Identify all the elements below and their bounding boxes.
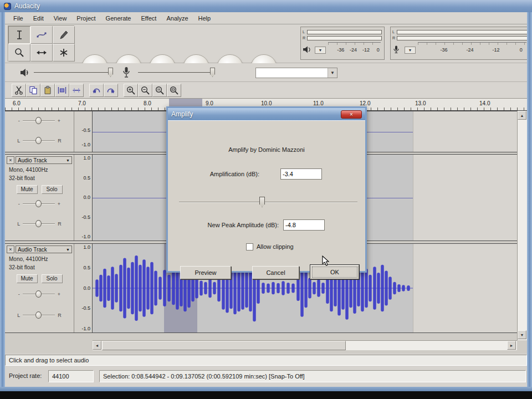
scroll-left-icon[interactable]: ◄ [93,341,101,350]
effect-credit: Amplify by Dominic Mazzoni [168,146,365,153]
chevron-down-icon[interactable]: ▼ [315,47,326,54]
meter-scale-label: -12 [493,47,500,53]
chevron-down-icon[interactable]: ▼ [328,68,337,78]
gain-slider[interactable]: - + [5,289,74,299]
zoom-tool-button[interactable] [8,44,30,62]
chevron-down-icon[interactable]: ▼ [405,47,416,54]
amplitude-ruler[interactable]: -0.5-1.0 [74,111,93,152]
scroll-down-icon[interactable]: ▼ [518,330,526,339]
cut-button[interactable] [12,84,26,97]
selection-tool-button[interactable] [8,26,30,44]
pan-knob[interactable] [35,311,42,319]
silence-button[interactable] [69,84,84,97]
pan-knob[interactable] [35,220,42,227]
close-icon[interactable]: × [341,110,362,119]
amplitude-label: -0.5 [81,215,90,220]
input-volume-slider[interactable] [138,72,214,74]
zoom-out-icon [140,85,150,95]
zoom-in-button[interactable] [124,84,138,97]
vertical-scrollbar[interactable]: ▲ ▼ [517,111,527,340]
redo-button[interactable] [104,84,118,97]
gain-slider[interactable]: - + [5,199,74,209]
menu-item-edit[interactable]: Edit [28,13,49,23]
gain-slider[interactable]: - + [5,116,74,126]
output-meter[interactable]: LR▼-36-24-120 [300,27,385,60]
meter-scale-label: 0 [520,47,523,53]
scroll-up-icon[interactable]: ▲ [518,111,526,120]
solo-button[interactable]: Solo [42,185,63,194]
new-peak-input[interactable] [283,219,325,231]
timeline-label: 6.0 [13,100,21,106]
track-title-menu[interactable]: Audio Track ▼ [16,245,72,253]
paste-button[interactable] [40,84,55,97]
menu-item-generate[interactable]: Generate [101,13,136,23]
zoom-tool-icon [14,47,25,58]
mute-button[interactable]: Mute [17,185,38,194]
pan-knob[interactable] [35,137,42,144]
ok-button[interactable]: OK [310,265,359,279]
dialog-title-bar[interactable]: Amplify × [168,108,365,120]
input-source-select[interactable]: ▼ [255,68,337,78]
screen: Audacity FileEditViewProjectGenerateEffe… [0,0,532,399]
amplitude-ruler[interactable]: 1.00.50.0-0.5-1.0 [74,244,93,332]
paste-icon [43,85,53,95]
meter-channel-label: R [392,36,396,40]
pan-slider[interactable]: L R [5,219,74,229]
undo-icon [91,85,101,95]
undo-button[interactable] [89,84,104,97]
allow-clipping-checkbox[interactable] [246,243,253,250]
copy-button[interactable] [26,84,40,97]
track-title: Audio Track [18,247,64,253]
time-shift-tool-button[interactable] [30,44,53,62]
fit-selection-button[interactable] [152,84,167,97]
menu-item-file[interactable]: File [8,13,28,23]
menu-item-view[interactable]: View [49,13,72,23]
amplification-slider-thumb[interactable] [259,197,265,207]
meter-scale-label: -36 [337,47,344,53]
input-volume-thumb[interactable] [210,68,215,77]
amplification-input[interactable] [280,168,322,180]
mute-button[interactable]: Mute [17,274,38,283]
pan-slider[interactable]: L R [5,136,74,146]
multi-tool-icon [58,47,69,58]
solo-button[interactable]: Solo [42,274,63,283]
horizontal-scrollbar[interactable]: ◄ ► [93,340,517,350]
timeline-label: 14.0 [479,100,490,106]
dialog-title: Amplify [171,110,193,118]
dialog-body: Amplify by Dominic Mazzoni Amplification… [168,120,365,271]
project-rate-value[interactable]: 44100 [48,370,94,382]
track-close-button[interactable]: × [7,245,14,253]
trim-button[interactable] [55,84,69,97]
horizontal-scroll-thumb[interactable] [102,341,346,350]
title-bar[interactable]: Audacity [0,0,532,12]
fit-project-button[interactable] [167,84,181,97]
zoom-out-button[interactable] [138,84,152,97]
menu-item-analyze[interactable]: Analyze [161,13,193,23]
pan-right-label: R [58,221,62,227]
input-meter[interactable]: LR▼-36-24-120 [390,27,530,60]
cancel-button[interactable]: Cancel [252,266,299,279]
fit-selection-icon [155,85,165,95]
track-close-button[interactable]: × [7,156,14,164]
amplitude-ruler[interactable]: 1.00.50.0-0.5-1.0 [74,155,93,241]
draw-tool-button[interactable] [53,26,75,44]
preview-button[interactable]: Preview [180,266,231,279]
pan-slider[interactable]: L R [5,310,74,320]
meter-scale-label: -24 [467,47,474,53]
menu-item-effect[interactable]: Effect [136,13,161,23]
gain-max-label: + [58,201,60,207]
scroll-right-icon[interactable]: ► [507,341,516,350]
multi-tool-button[interactable] [53,44,75,62]
output-volume-slider[interactable] [34,72,113,74]
gain-knob[interactable] [35,200,42,207]
menu-item-help[interactable]: Help [193,13,216,23]
gain-knob[interactable] [35,117,42,124]
menu-item-project[interactable]: Project [71,13,100,23]
envelope-tool-button[interactable] [30,26,53,44]
mouse-cursor [321,255,331,267]
new-peak-label: New Peak Amplitude (dB): [168,222,279,228]
amplification-slider[interactable] [179,202,357,203]
gain-knob[interactable] [35,290,42,298]
track-title-menu[interactable]: Audio Track ▼ [16,156,72,164]
output-volume-thumb[interactable] [108,68,113,77]
